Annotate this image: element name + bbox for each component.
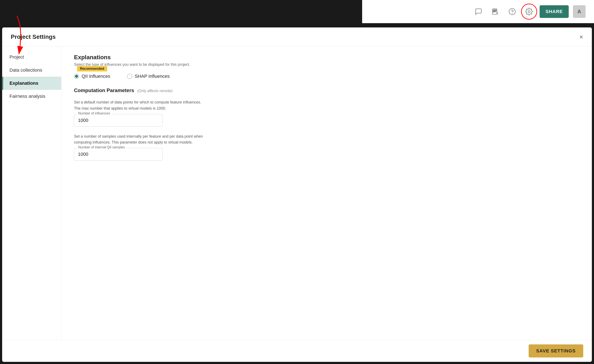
avatar-button[interactable]: A bbox=[573, 5, 586, 18]
top-bar: SHARE A bbox=[362, 0, 594, 23]
shap-label: SHAP Influences bbox=[135, 74, 170, 79]
svg-rect-2 bbox=[493, 11, 496, 11]
param2-input-wrapper: Number of internal QII samples bbox=[74, 148, 162, 161]
params-title: Computation Parameters bbox=[74, 88, 134, 93]
param1-desc-line1: Set a default number of data points for … bbox=[74, 100, 201, 104]
sidebar-item-explanations[interactable]: Explanations bbox=[2, 77, 61, 90]
sidebar-item-project[interactable]: Project bbox=[2, 51, 61, 64]
qii-radio-input[interactable] bbox=[74, 74, 79, 79]
help-icon-button[interactable] bbox=[506, 5, 519, 18]
modal-footer: SAVE SETTINGS bbox=[2, 340, 592, 362]
param2-input-label: Number of internal QII samples bbox=[77, 145, 126, 149]
param1-input-label: Number of influences bbox=[77, 112, 111, 115]
settings-sidebar: Project Data collections Explanations Fa… bbox=[2, 46, 61, 340]
svg-line-4 bbox=[496, 12, 498, 14]
share-button[interactable]: SHARE bbox=[540, 5, 569, 18]
svg-point-7 bbox=[528, 11, 530, 13]
params-subtitle: (Only affects remote) bbox=[137, 89, 173, 93]
close-button[interactable]: × bbox=[579, 34, 583, 40]
param1-desc-line2: The max number that applies to virtual m… bbox=[74, 106, 166, 110]
computation-params-section: Computation Parameters (Only affects rem… bbox=[74, 88, 579, 161]
project-settings-modal: Project Settings × Project Data collecti… bbox=[2, 27, 592, 362]
recommended-badge: Recommended bbox=[77, 66, 107, 71]
svg-rect-3 bbox=[493, 12, 495, 12]
sidebar-item-fairness-analysis[interactable]: Fairness analysis bbox=[2, 90, 61, 103]
sidebar-item-data-collections[interactable]: Data collections bbox=[2, 64, 61, 77]
param1-description: Set a default number of data points for … bbox=[74, 99, 579, 112]
param2-desc-line2: computing influences. This parameter doe… bbox=[74, 140, 193, 144]
svg-point-5 bbox=[509, 8, 515, 15]
qii-label: QII Influences bbox=[81, 74, 110, 79]
number-of-qii-samples-input[interactable] bbox=[74, 148, 162, 161]
number-of-influences-input[interactable] bbox=[74, 114, 162, 127]
param2-desc-line1: Set a number of samples used internally … bbox=[74, 134, 203, 138]
modal-body: Project Data collections Explanations Fa… bbox=[2, 46, 592, 340]
settings-content: Explanations Select the type of influenc… bbox=[61, 46, 592, 340]
gear-icon-button[interactable] bbox=[523, 5, 535, 18]
document-icon-button[interactable] bbox=[489, 5, 502, 18]
modal-title: Project Settings bbox=[11, 34, 56, 40]
qii-radio-option[interactable]: Recommended QII Influences bbox=[74, 74, 110, 79]
shap-radio-input[interactable] bbox=[127, 74, 132, 79]
shap-radio-option[interactable]: SHAP Influences bbox=[127, 74, 170, 79]
modal-header: Project Settings × bbox=[2, 28, 592, 46]
influence-type-radio-group: Recommended QII Influences SHAP Influenc… bbox=[74, 74, 579, 79]
section-title: Explanations bbox=[74, 54, 579, 61]
comment-icon-button[interactable] bbox=[472, 5, 485, 18]
section-subtitle: Select the type of influences you want t… bbox=[74, 62, 579, 67]
param2-description: Set a number of samples used internally … bbox=[74, 133, 579, 146]
param1-input-wrapper: Number of influences bbox=[74, 114, 162, 127]
save-settings-button[interactable]: SAVE SETTINGS bbox=[529, 344, 583, 357]
svg-rect-1 bbox=[493, 10, 496, 10]
